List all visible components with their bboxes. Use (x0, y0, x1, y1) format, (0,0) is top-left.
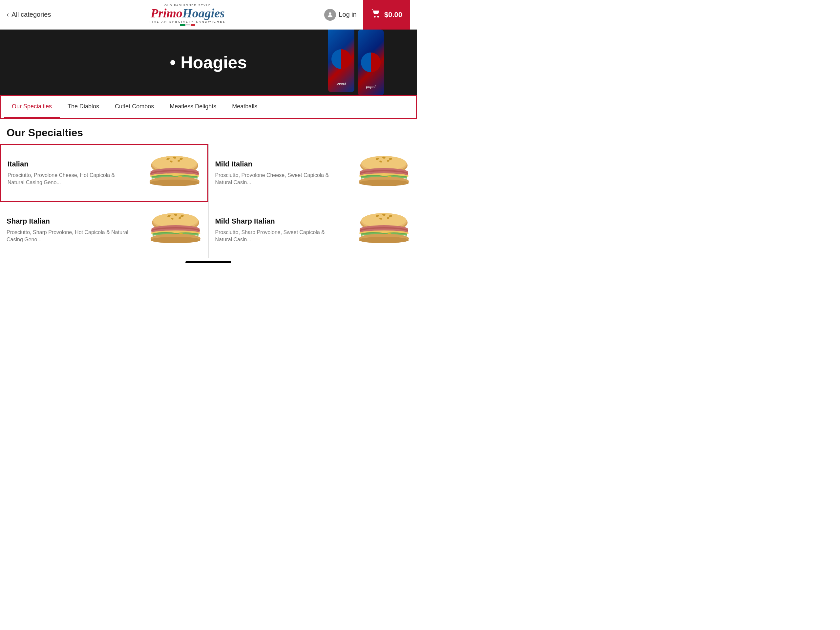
pepsi-logo-1 (332, 49, 351, 69)
hero-title: Hoagies (170, 52, 247, 72)
chevron-left-icon: ‹ (6, 11, 9, 19)
flag-green (180, 24, 185, 26)
login-label: Log in (339, 11, 357, 18)
flag-white (185, 24, 190, 26)
cart-icon (371, 9, 381, 21)
tab-navigation: Our Specialties The Diablos Cutlet Combo… (0, 95, 417, 119)
hero-banner: pepsi pepsi Hoagies (0, 30, 417, 95)
menu-item-mild-italian-name: Mild Italian (215, 160, 341, 168)
header: ‹ All categories OLD FASHIONED STYLE Pri… (0, 0, 417, 30)
pepsi-cans-decoration: pepsi pepsi (328, 30, 384, 92)
logo-main: PrimoHoagies (150, 7, 226, 19)
logo-primo: Primo (151, 6, 182, 20)
menu-item-mild-italian-image (344, 152, 410, 194)
pepsi-logo-2 (361, 52, 381, 72)
menu-item-mild-sharp-italian-name: Mild Sharp Italian (215, 217, 341, 226)
menu-item-mild-italian[interactable]: Mild Italian Prosciutto, Provolone Chees… (209, 144, 417, 202)
menu-item-mild-sharp-italian-info: Mild Sharp Italian Prosciutto, Sharp Pro… (215, 217, 345, 244)
svg-point-19 (150, 180, 199, 186)
back-label: All categories (11, 11, 51, 18)
svg-point-2 (377, 16, 379, 18)
menu-item-italian-desc: Prosciutto, Provolone Cheese, Hot Capico… (8, 172, 132, 187)
menu-item-sharp-italian[interactable]: Sharp Italian Prosciutto, Sharp Provolon… (0, 202, 208, 258)
cart-button[interactable]: $0.00 (363, 0, 410, 30)
logo-subtitle: ITALIAN SPECIALTY SANDWICHES (150, 20, 226, 23)
menu-item-italian-image (135, 152, 201, 194)
menu-item-italian-name: Italian (8, 160, 132, 168)
logo-hoagies: Hoagies (182, 6, 225, 20)
cart-amount: $0.00 (384, 11, 402, 19)
menu-item-mild-sharp-italian-image (344, 209, 410, 252)
shopping-cart-icon (371, 9, 381, 18)
svg-point-1 (374, 16, 376, 18)
menu-grid: Italian Prosciutto, Provolone Cheese, Ho… (0, 144, 417, 258)
tab-the-diablos[interactable]: The Diablos (60, 96, 107, 118)
logo-flag (150, 24, 226, 26)
tab-meatballs[interactable]: Meatballs (224, 96, 265, 118)
menu-item-sharp-italian-desc: Prosciutto, Sharp Provolone, Hot Capicol… (6, 229, 133, 244)
logo: OLD FASHIONED STYLE PrimoHoagies ITALIAN… (150, 4, 226, 26)
menu-item-mild-sharp-italian[interactable]: Mild Sharp Italian Prosciutto, Sharp Pro… (209, 202, 417, 258)
login-area[interactable]: Log in (324, 9, 363, 21)
tab-cutlet-combos[interactable]: Cutlet Combos (107, 96, 162, 118)
user-icon (324, 9, 336, 21)
flag-red (191, 24, 195, 26)
menu-item-mild-italian-info: Mild Italian Prosciutto, Provolone Chees… (215, 160, 345, 187)
pepsi-can-1: pepsi (328, 30, 354, 92)
person-icon (327, 11, 334, 18)
tab-meatless-delights[interactable]: Meatless Delights (162, 96, 224, 118)
menu-item-mild-italian-desc: Prosciutto, Provolone Cheese, Sweet Capi… (215, 172, 341, 187)
menu-item-sharp-italian-name: Sharp Italian (6, 217, 133, 226)
svg-point-53 (151, 237, 201, 243)
mild-sharp-italian-sandwich-illustration (344, 209, 410, 252)
pepsi-text-2: pepsi (358, 85, 384, 89)
home-indicator (0, 258, 417, 266)
section-title: Our Specialties (0, 119, 417, 144)
logo-container: OLD FASHIONED STYLE PrimoHoagies ITALIAN… (150, 4, 226, 26)
svg-point-70 (359, 237, 409, 243)
menu-item-mild-sharp-italian-desc: Prosciutto, Sharp Provolone, Sweet Capic… (215, 229, 341, 244)
header-right: Log in $0.00 (324, 0, 410, 30)
sharp-italian-sandwich-illustration (136, 209, 202, 252)
pepsi-text-1: pepsi (328, 81, 354, 85)
back-button[interactable]: ‹ All categories (6, 11, 51, 19)
tab-our-specialties[interactable]: Our Specialties (4, 96, 60, 118)
menu-item-italian-info: Italian Prosciutto, Provolone Cheese, Ho… (8, 160, 135, 187)
italian-sandwich-illustration (135, 152, 201, 194)
menu-item-italian[interactable]: Italian Prosciutto, Provolone Cheese, Ho… (0, 144, 208, 202)
mild-italian-sandwich-illustration (344, 152, 410, 194)
pepsi-can-2: pepsi (358, 30, 384, 95)
svg-point-36 (359, 180, 409, 186)
svg-point-0 (329, 12, 332, 14)
menu-item-sharp-italian-info: Sharp Italian Prosciutto, Sharp Provolon… (6, 217, 136, 244)
menu-item-sharp-italian-image (136, 209, 202, 252)
home-bar (185, 261, 231, 263)
